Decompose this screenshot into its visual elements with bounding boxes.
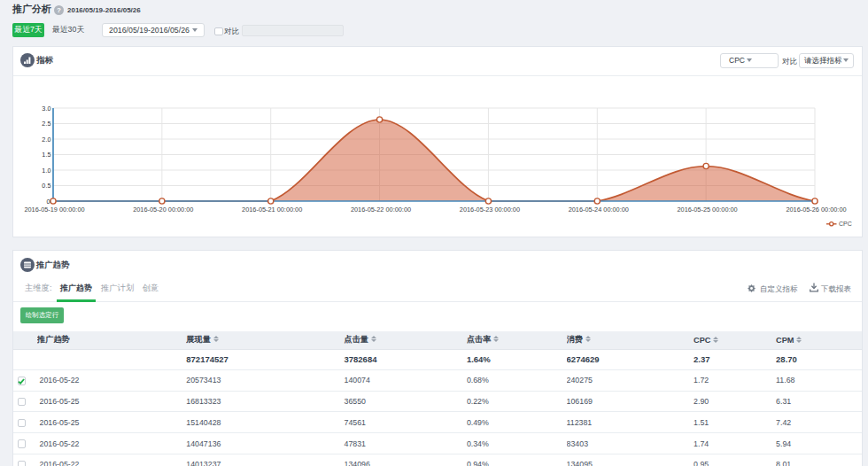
svg-text:1.5: 1.5 xyxy=(42,151,50,159)
svg-text:2016-05-21 00:00:00: 2016-05-21 00:00:00 xyxy=(242,206,302,214)
svg-text:3.0: 3.0 xyxy=(42,105,50,113)
svg-text:2016-05-23 00:00:00: 2016-05-23 00:00:00 xyxy=(460,206,520,214)
svg-text:0.5: 0.5 xyxy=(42,182,50,190)
svg-text:2016-05-24 00:00:00: 2016-05-24 00:00:00 xyxy=(569,206,629,214)
svg-text:0: 0 xyxy=(46,198,50,206)
svg-text:2016-05-22 00:00:00: 2016-05-22 00:00:00 xyxy=(351,206,411,214)
svg-text:2.0: 2.0 xyxy=(42,136,50,144)
svg-text:1.0: 1.0 xyxy=(42,167,50,175)
svg-text:2016-05-20 00:00:00: 2016-05-20 00:00:00 xyxy=(133,206,193,214)
svg-text:CPC: CPC xyxy=(839,221,852,227)
svg-text:2016-05-25 00:00:00: 2016-05-25 00:00:00 xyxy=(677,206,737,214)
svg-text:2.5: 2.5 xyxy=(42,120,50,128)
svg-text:2016-05-19 00:00:00: 2016-05-19 00:00:00 xyxy=(24,206,84,214)
svg-text:2016-05-26 00:00:00: 2016-05-26 00:00:00 xyxy=(786,206,846,214)
